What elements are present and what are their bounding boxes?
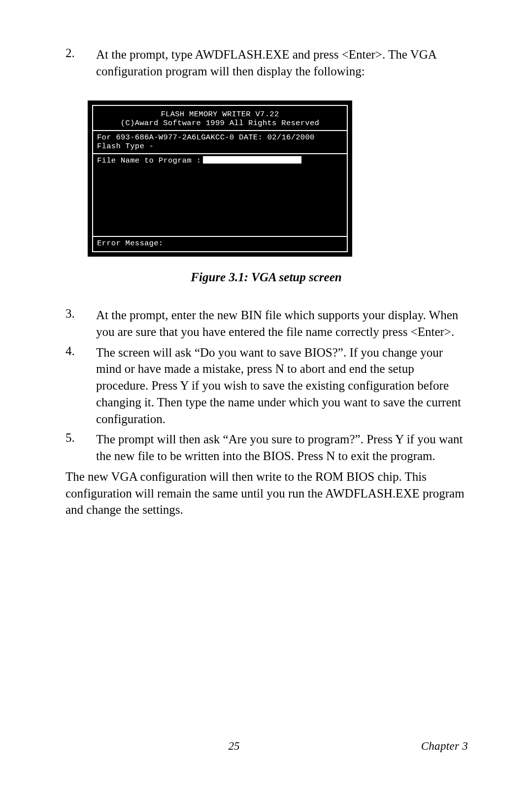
list-number: 3.	[66, 307, 96, 340]
terminal-bios-line: For 693-686A-W977-2A6LGAKCC-0 DATE: 02/1…	[97, 133, 343, 142]
page-content: 2. At the prompt, type AWDFLASH.EXE and …	[0, 0, 532, 518]
terminal-flash-type: Flash Type -	[97, 142, 343, 151]
input-field-area	[203, 156, 301, 164]
list-text: At the prompt, enter the new BIN file wh…	[96, 307, 467, 340]
terminal-file-prompt: File Name to Program :	[97, 156, 343, 166]
terminal-divider	[93, 153, 347, 154]
file-prompt-label: File Name to Program :	[97, 156, 201, 165]
terminal-error-label: Error Message:	[97, 239, 343, 248]
list-text: The screen will ask “Do you want to save…	[96, 344, 467, 428]
terminal-divider	[93, 236, 347, 237]
terminal-blank-area	[97, 165, 343, 234]
list-item-2: 2. At the prompt, type AWDFLASH.EXE and …	[66, 46, 467, 80]
list-number: 4.	[66, 344, 96, 428]
terminal-divider	[93, 130, 347, 131]
list-item-5: 5. The prompt will then ask “Are you sur…	[66, 431, 467, 465]
list-number: 2.	[66, 46, 96, 80]
list-text: The prompt will then ask “Are you sure t…	[96, 431, 467, 465]
figure-caption: Figure 3.1: VGA setup screen	[66, 270, 467, 284]
list-text: At the prompt, type AWDFLASH.EXE and pre…	[96, 46, 467, 80]
terminal-outer-border: FLASH MEMORY WRITER V7.22 (C)Award Softw…	[88, 100, 352, 257]
list-number: 5.	[66, 431, 96, 465]
list-item-4: 4. The screen will ask “Do you want to s…	[66, 344, 467, 428]
list-item-3: 3. At the prompt, enter the new BIN file…	[66, 307, 467, 340]
chapter-label: Chapter 3	[421, 740, 468, 753]
closing-paragraph: The new VGA configuration will then writ…	[66, 468, 467, 518]
terminal-title: FLASH MEMORY WRITER V7.22	[97, 110, 343, 119]
terminal-copyright: (C)Award Software 1999 All Rights Reserv…	[97, 119, 343, 128]
terminal-inner: FLASH MEMORY WRITER V7.22 (C)Award Softw…	[92, 105, 348, 253]
terminal-screenshot: FLASH MEMORY WRITER V7.22 (C)Award Softw…	[88, 100, 352, 257]
